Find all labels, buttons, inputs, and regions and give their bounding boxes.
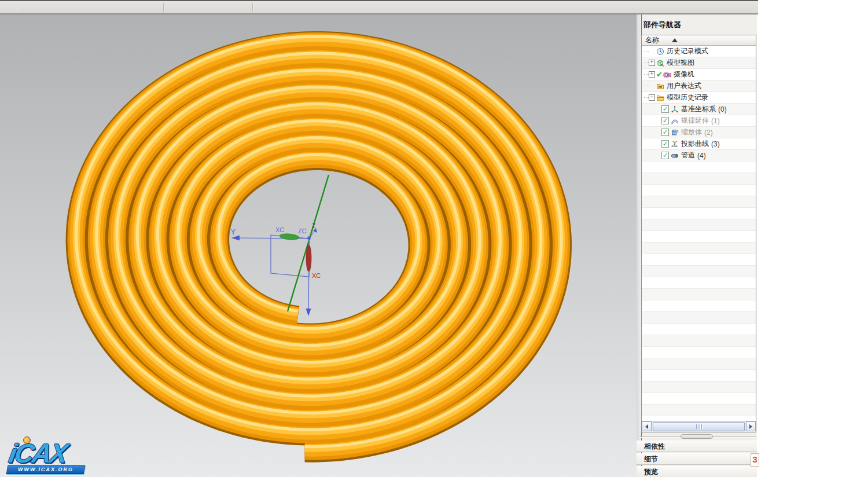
toolbar-divider (163, 3, 164, 12)
splitter-grip[interactable] (681, 434, 713, 439)
tree-empty-row (642, 347, 756, 358)
feature-checkbox[interactable]: ✓ (661, 140, 669, 148)
expand-plus-icon[interactable]: + (649, 71, 655, 78)
left-arrow-icon (645, 424, 648, 429)
tree-connector (644, 97, 649, 98)
feature-checkbox[interactable]: ✓ (661, 152, 669, 159)
zc-label: ZC (298, 228, 307, 234)
tree-connector (644, 63, 649, 63)
tree-empty-row (642, 173, 756, 185)
tree-item-label: 用户表达式 (667, 81, 701, 91)
feature-timestamp: (4) (697, 152, 706, 160)
history-folder-icon (656, 94, 664, 102)
tree-empty-row (642, 405, 756, 416)
scrollbar-track[interactable] (652, 421, 746, 432)
tree-empty-row (642, 300, 756, 312)
tree-item-label: 管道 (681, 151, 695, 160)
graphics-viewport[interactable]: Y XC ZC Z XC iCAX WWW.ICAX.ORG (0, 14, 637, 477)
section-dependencies[interactable]: 相依性 (637, 441, 757, 452)
tree-empty-row (642, 185, 756, 196)
tree-connector (644, 86, 649, 86)
tree-item-label: 模型历史记录 (667, 93, 708, 102)
xc-plane-label: XC (275, 226, 284, 233)
tree-connector (644, 51, 649, 52)
tree-empty-row (642, 162, 756, 173)
tree-item-label: 规律延伸 (681, 116, 709, 126)
project-curve-icon (671, 140, 679, 148)
wcs-origin-handle[interactable] (308, 237, 311, 240)
feature-checkbox[interactable]: ✓ (661, 105, 669, 113)
tree-connector (644, 74, 649, 75)
navigator-tree-rows: 历史记录模式+模型视图+✔摄像机用户表达式−模型历史记录✓基准坐标系(0)✓规律… (642, 46, 756, 421)
tree-empty-row (642, 324, 756, 335)
scroll-right-button[interactable] (746, 421, 756, 431)
xc-handle-cone-icon[interactable] (306, 245, 311, 271)
tree-item-label: 投影曲线 (681, 139, 709, 149)
datum-plane-outline[interactable] (271, 235, 309, 277)
tree-empty-row (642, 312, 756, 324)
right-arrow-icon (749, 424, 752, 429)
tree-item[interactable]: ✓规律延伸(1) (642, 115, 756, 127)
tree-item[interactable]: −模型历史记录 (642, 92, 756, 104)
datum-csys-icon (671, 105, 679, 113)
tree-empty-row (642, 289, 756, 300)
tree-empty-row (642, 231, 756, 243)
toolbar-divider (17, 3, 17, 12)
expressions-folder-icon (656, 82, 664, 90)
tube-icon (671, 152, 679, 160)
tree-empty-row (642, 219, 756, 231)
viewport-canvas[interactable]: Y XC ZC Z XC (0, 14, 637, 477)
yc-handle-cone-icon[interactable] (279, 233, 300, 241)
z-axis-label: Z (312, 223, 315, 229)
tree-item[interactable]: +模型视图 (642, 57, 756, 69)
tree-empty-row (642, 266, 756, 277)
tree-item[interactable]: ✓管道(4) (642, 150, 756, 162)
projected-curve[interactable] (288, 175, 329, 311)
tree-empty-row (642, 277, 756, 289)
tree-horizontal-scrollbar[interactable] (642, 421, 756, 432)
tree-empty-row (642, 393, 756, 405)
flyout-glyph-icon: Ɛ (752, 454, 757, 465)
tree-item[interactable]: 历史记录模式 (642, 46, 756, 57)
toolbar-strip (0, 0, 758, 14)
tree-item-label: 模型视图 (667, 58, 694, 68)
panel-title: 部件导航器 (643, 20, 681, 30)
model-views-icon (656, 59, 664, 67)
feature-checkbox[interactable]: ✓ (661, 117, 669, 124)
tree-empty-row (642, 335, 756, 347)
toolbar-divider (252, 3, 253, 12)
name-column-label: 名称 (645, 35, 659, 45)
flyout-button[interactable]: Ɛ (751, 453, 759, 467)
tree-empty-row (642, 370, 756, 381)
tree-item[interactable]: +✔摄像机 (642, 69, 756, 80)
y-axis-label: Y (231, 228, 236, 236)
tree-item[interactable]: 用户表达式 (642, 80, 756, 92)
part-navigator-panel: 部件导航器 名称 历史记录模式+模型视图+✔摄像机用户表达式−模型历史记录✓基准… (637, 14, 757, 477)
tree-empty-row (642, 381, 756, 393)
law-extension-icon (671, 117, 679, 125)
feature-timestamp: (3) (711, 140, 720, 148)
feature-checkbox[interactable]: ✓ (661, 129, 669, 136)
application-window: Y XC ZC Z XC iCAX WWW.ICAX.ORG 部件导航器 (0, 0, 868, 477)
name-column-header[interactable]: 名称 (642, 35, 756, 46)
tree-item[interactable]: ✓投影曲线(3) (642, 138, 756, 150)
feature-timestamp: (2) (704, 129, 713, 137)
tree-item-label: 摄像机 (674, 69, 694, 79)
tree-item[interactable]: ✓缩放体(2) (642, 127, 756, 138)
sort-ascending-icon[interactable] (672, 38, 678, 42)
spiral-pipe-model[interactable] (76, 36, 561, 452)
xc-axis-label: XC (312, 272, 321, 279)
collapse-minus-icon[interactable]: − (649, 94, 655, 101)
history-mode-icon (656, 47, 664, 56)
tree-item-label: 历史记录模式 (667, 46, 708, 56)
section-details[interactable]: 细节 (637, 453, 757, 465)
thumb-grip-icon (696, 424, 697, 429)
tree-item[interactable]: ✓基准坐标系(0) (642, 104, 756, 115)
section-preview[interactable]: 预览 (637, 466, 757, 477)
expand-plus-icon[interactable]: + (649, 60, 655, 66)
navigator-tree: 名称 历史记录模式+模型视图+✔摄像机用户表达式−模型历史记录✓基准坐标系(0)… (641, 35, 756, 432)
tree-empty-row (642, 358, 756, 370)
sections-splitter[interactable] (637, 433, 757, 441)
scroll-left-button[interactable] (642, 421, 652, 431)
scrollbar-thumb[interactable] (653, 422, 745, 431)
